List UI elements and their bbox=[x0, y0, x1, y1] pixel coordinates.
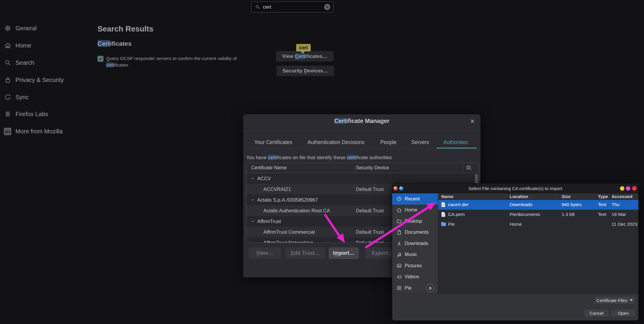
sidebar-item-general[interactable]: General bbox=[0, 23, 89, 33]
title-divider bbox=[243, 128, 480, 129]
window-dot-red-icon[interactable] bbox=[632, 186, 637, 191]
file-row-pie-folder[interactable]: Pie Home 11 Dec 2023 bbox=[438, 219, 639, 229]
chevron-down-icon[interactable] bbox=[251, 176, 255, 181]
document-icon bbox=[396, 229, 402, 235]
home-icon bbox=[396, 207, 402, 213]
sidebar-item-privacy-security[interactable]: Privacy & Security bbox=[0, 75, 89, 85]
search-input-value: cert bbox=[263, 4, 324, 10]
music-icon bbox=[396, 252, 402, 257]
chevron-down-icon[interactable] bbox=[251, 198, 255, 202]
search-icon bbox=[255, 4, 260, 10]
filter-dropdown[interactable]: Certificate Files bbox=[593, 296, 636, 304]
place-downloads[interactable]: Downloads bbox=[392, 238, 438, 249]
column-header-certificate-name[interactable]: Certificate Name bbox=[251, 165, 287, 170]
column-divider[interactable] bbox=[354, 165, 354, 172]
places-sidebar: Recent Home Desktop Documents Downloads … bbox=[392, 193, 438, 294]
eject-icon[interactable] bbox=[426, 284, 434, 292]
place-music[interactable]: Music bbox=[392, 249, 438, 260]
video-icon bbox=[396, 274, 402, 280]
file-list: Name Location Size Type Accessed cacert.… bbox=[438, 193, 639, 294]
sphere-icon bbox=[399, 186, 403, 191]
chevron-down-icon[interactable] bbox=[251, 219, 255, 223]
place-pictures[interactable]: Pictures bbox=[392, 260, 438, 271]
window-dot-yellow-icon[interactable] bbox=[620, 186, 624, 191]
sidebar-item-label: Search bbox=[15, 59, 34, 66]
firefox-settings-page: cert ✕ General Home Search bbox=[0, 0, 644, 324]
file-dialog-titlebar[interactable]: Select File containing CA certificate(s)… bbox=[392, 184, 638, 193]
place-documents[interactable]: Documents bbox=[392, 227, 438, 238]
place-pie-device[interactable]: Pie bbox=[392, 282, 438, 294]
authorities-intro-text: You have certificates on file that ident… bbox=[246, 155, 392, 160]
file-chooser-dialog: Select File containing CA certificate(s)… bbox=[392, 183, 639, 321]
atom-icon bbox=[4, 110, 11, 118]
column-header-accessed[interactable]: Accessed bbox=[612, 194, 632, 199]
file-row-cacert[interactable]: cacert.der Downloads 940 bytes Text Thu bbox=[438, 200, 639, 210]
chevron-down-icon bbox=[630, 299, 633, 301]
sidebar-item-label: Firefox Labs bbox=[15, 111, 48, 118]
sidebar-item-more-from-mozilla[interactable]: m More from Mozilla bbox=[0, 126, 89, 136]
open-button[interactable]: Open bbox=[611, 309, 636, 317]
cancel-button[interactable]: Cancel bbox=[584, 309, 609, 317]
file-icon bbox=[441, 212, 446, 217]
sidebar-item-label: Home bbox=[15, 42, 31, 49]
sync-icon bbox=[4, 94, 11, 101]
column-picker-icon[interactable] bbox=[466, 166, 472, 170]
search-icon bbox=[4, 59, 11, 67]
place-recent[interactable]: Recent bbox=[392, 193, 438, 205]
edit-trust-button[interactable]: Edit Trust… bbox=[285, 247, 325, 259]
column-header-type[interactable]: Type bbox=[598, 194, 608, 199]
tab-authorities[interactable]: Authorities bbox=[443, 139, 468, 146]
settings-search-input[interactable]: cert ✕ bbox=[251, 1, 334, 12]
file-dialog-action-bar: Certificate Files Cancel Open bbox=[392, 294, 639, 321]
security-devices-button[interactable]: Security Devices… bbox=[277, 66, 334, 76]
file-icon bbox=[441, 202, 446, 207]
tab-servers[interactable]: Servers bbox=[411, 139, 429, 146]
place-home[interactable]: Home bbox=[392, 205, 438, 216]
certificates-section-heading: Certificates bbox=[98, 40, 131, 47]
tab-authentication-decisions[interactable]: Authentication Decisions bbox=[307, 139, 365, 146]
column-header-size[interactable]: Size bbox=[562, 194, 571, 199]
folder-icon bbox=[396, 218, 402, 224]
sidebar-item-sync[interactable]: Sync bbox=[0, 92, 89, 102]
sidebar-item-label: Privacy & Security bbox=[15, 77, 64, 83]
place-videos[interactable]: Videos bbox=[392, 271, 438, 283]
file-dialog-title: Select File containing CA certificate(s)… bbox=[392, 184, 638, 193]
active-tab-indicator bbox=[436, 148, 477, 148]
file-row-capem[interactable]: CA.pem Pie/documents 1.3 kB Text 18 Mar bbox=[438, 210, 639, 219]
search-highlight-tooltip: cert bbox=[296, 44, 311, 51]
place-desktop[interactable]: Desktop bbox=[392, 216, 438, 227]
clear-search-icon[interactable]: ✕ bbox=[324, 4, 330, 10]
import-button[interactable]: Import… bbox=[329, 247, 359, 259]
folder-icon bbox=[441, 222, 446, 226]
sidebar-item-search[interactable]: Search bbox=[0, 58, 89, 68]
ocsp-checkbox[interactable] bbox=[98, 56, 103, 62]
table-header: Certificate Name Security Device bbox=[246, 163, 479, 173]
table-row[interactable]: ACCV bbox=[246, 173, 479, 184]
tabs-divider bbox=[243, 148, 480, 149]
column-header-name[interactable]: Name bbox=[441, 194, 453, 199]
sidebar-item-label: Sync bbox=[15, 94, 29, 101]
column-header-security-device[interactable]: Security Device bbox=[356, 165, 389, 170]
view-button[interactable]: View… bbox=[249, 247, 281, 259]
window-dot-magenta-icon[interactable] bbox=[626, 186, 630, 191]
checkmark-icon bbox=[98, 57, 103, 61]
firefox-icon bbox=[393, 186, 398, 191]
tab-people[interactable]: People bbox=[380, 139, 397, 146]
mozilla-icon: m bbox=[4, 128, 11, 135]
sidebar-item-firefox-labs[interactable]: Firefox Labs bbox=[0, 109, 89, 119]
device-icon bbox=[396, 285, 402, 291]
gear-icon bbox=[4, 25, 11, 32]
pictures-icon bbox=[396, 263, 402, 269]
close-icon[interactable]: ✕ bbox=[469, 117, 476, 125]
download-icon bbox=[396, 241, 402, 246]
sidebar-item-label: General bbox=[15, 25, 37, 32]
tab-your-certificates[interactable]: Your Certificates bbox=[254, 139, 292, 146]
clock-icon bbox=[396, 196, 402, 202]
sidebar-item-home[interactable]: Home bbox=[0, 40, 89, 50]
file-list-header: Name Location Size Type Accessed bbox=[438, 193, 639, 200]
sidebar-item-label: More from Mozilla bbox=[15, 128, 63, 135]
ocsp-checkbox-label[interactable]: Query OCSP responder servers to confirm … bbox=[106, 55, 267, 68]
home-icon bbox=[4, 42, 11, 49]
column-header-location[interactable]: Location bbox=[510, 194, 528, 199]
page-title: Search Results bbox=[98, 24, 153, 34]
